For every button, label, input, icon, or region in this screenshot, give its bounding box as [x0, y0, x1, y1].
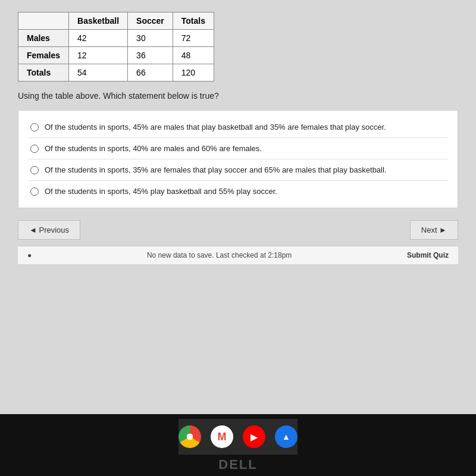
table-row: Females 12 36 48 [18, 47, 214, 64]
option-1-label: Of the students in sports, 45% are males… [45, 123, 386, 131]
question-text: Using the table above. Which statement b… [18, 91, 458, 101]
table-row: Males 42 30 72 [18, 30, 214, 47]
radio-4[interactable] [30, 187, 39, 196]
drive-icon[interactable]: ▲ [275, 425, 298, 448]
radio-2[interactable] [30, 145, 39, 153]
answer-options-box: Of the students in sports, 45% are males… [18, 110, 458, 208]
row-label-females: Females [18, 47, 69, 64]
table-header-soccer: Soccer [128, 12, 173, 30]
sports-table: Basketball Soccer Totals Males 42 30 72 … [18, 12, 214, 82]
submit-quiz-button[interactable]: Submit Quiz [407, 251, 449, 259]
row-totals-total: 120 [173, 64, 214, 82]
row-totals-basketball: 54 [69, 64, 128, 82]
chrome-icon[interactable] [178, 425, 201, 448]
main-content: Basketball Soccer Totals Males 42 30 72 … [0, 0, 476, 414]
radio-1[interactable] [30, 123, 39, 131]
row-females-soccer: 36 [128, 47, 173, 64]
row-females-totals: 48 [173, 47, 214, 64]
navigation-row: ◄ Previous Next ► [18, 220, 458, 240]
youtube-icon[interactable]: ▶ [243, 425, 265, 448]
option-2-label: Of the students in sports, 40% are males… [45, 144, 262, 153]
taskbar: M ▶ ▲ [178, 419, 298, 455]
status-bar: ● No new data to save. Last checked at 2… [18, 246, 458, 264]
option-4-label: Of the students in sports, 45% play bask… [45, 187, 277, 196]
row-males-totals: 72 [173, 30, 214, 47]
table-header-totals: Totals [173, 12, 214, 30]
option-4[interactable]: Of the students in sports, 45% play bask… [28, 181, 448, 202]
table-header-empty [18, 12, 69, 30]
table-header-basketball: Basketball [69, 12, 128, 30]
row-females-basketball: 12 [69, 47, 128, 64]
status-dot: ● [27, 251, 32, 259]
status-message: No new data to save. Last checked at 2:1… [147, 251, 292, 259]
table-row: Totals 54 66 120 [18, 64, 214, 82]
previous-button[interactable]: ◄ Previous [18, 220, 80, 240]
row-males-soccer: 30 [128, 30, 173, 47]
option-3-label: Of the students in sports, 35% are femal… [45, 165, 386, 174]
radio-3[interactable] [30, 166, 39, 174]
option-3[interactable]: Of the students in sports, 35% are femal… [28, 159, 448, 181]
dell-logo: DELL [218, 457, 257, 472]
bottom-area: M ▶ ▲ DELL [0, 414, 476, 476]
row-males-basketball: 42 [69, 30, 128, 47]
row-label-totals: Totals [18, 64, 69, 82]
next-button[interactable]: Next ► [410, 220, 458, 240]
data-table-container: Basketball Soccer Totals Males 42 30 72 … [18, 12, 458, 82]
row-totals-soccer: 66 [128, 64, 173, 82]
gmail-icon[interactable]: M [211, 425, 233, 448]
option-2[interactable]: Of the students in sports, 40% are males… [28, 138, 448, 159]
option-1[interactable]: Of the students in sports, 45% are males… [28, 117, 448, 138]
row-label-males: Males [18, 30, 69, 47]
